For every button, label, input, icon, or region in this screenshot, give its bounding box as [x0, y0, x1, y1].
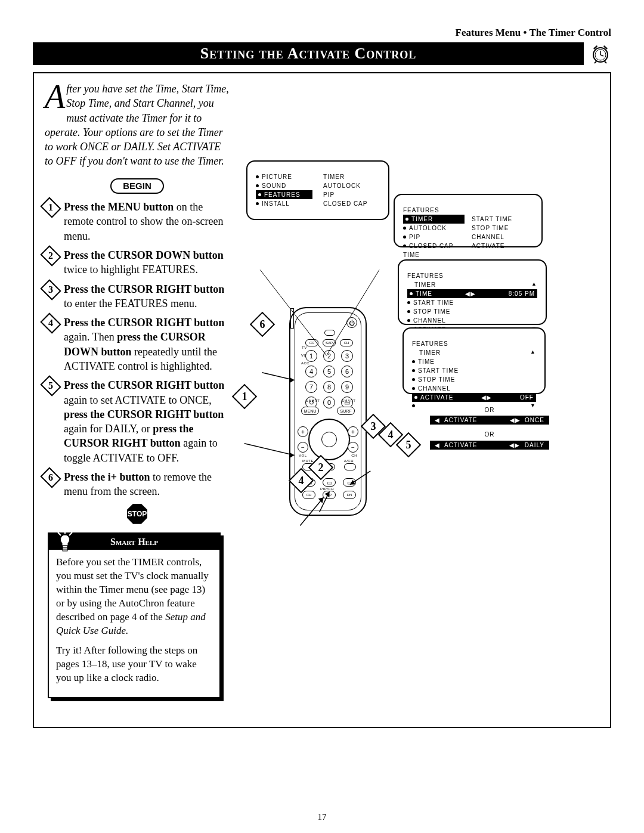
- remote-pip-freeze: ▭: [343, 478, 356, 487]
- menu-main-sound: SOUND: [262, 181, 286, 190]
- figure-callout-6: 6: [250, 312, 275, 337]
- step-2: 2 Press the CURSOR DOWN button twice to …: [45, 248, 230, 277]
- timer2-stop: STOP TIME: [418, 375, 455, 384]
- features-item-cc: CLOSED CAP: [409, 241, 453, 250]
- remote-digit-3: 3: [341, 350, 353, 362]
- or-label-2: OR: [430, 431, 549, 438]
- menu-main-install: INSTALL: [262, 199, 290, 208]
- remote-ch-label: CH: [351, 454, 357, 457]
- remote-mute-label: MUTE: [302, 459, 314, 463]
- features-item-autolock: AUTOLOCK: [409, 224, 447, 233]
- remote-status-button: [324, 330, 335, 336]
- step-3: 3 Press the CURSOR RIGHT button to enter…: [45, 282, 230, 311]
- timer2-subheading: TIMER: [419, 348, 441, 357]
- step-4-bold: Press the CURSOR RIGHT button: [64, 317, 224, 329]
- features-sub-time: TIME: [403, 250, 420, 259]
- dropcap: A: [45, 82, 66, 112]
- up-arrow-icon: ▲: [531, 280, 537, 289]
- step-number-icon: 6: [40, 467, 61, 488]
- remote-vol-label: VOL: [299, 454, 307, 457]
- features-sub-channel: CHANNEL: [472, 233, 504, 241]
- activate-daily-row: ◀ ACTIVATE ◀▶ DAILY: [430, 441, 549, 450]
- up-arrow-icon: ▲: [530, 348, 536, 357]
- remote-tv-label: TV: [302, 346, 307, 349]
- menu-main-features: FEATURES: [264, 190, 310, 199]
- remote-digit-6: 6: [341, 366, 353, 377]
- step-number-icon: 4: [40, 312, 61, 333]
- smart-help-title: Smart Help: [49, 534, 219, 550]
- remote-ch-button: CH: [340, 339, 353, 346]
- timer2-heading: FEATURES: [412, 339, 536, 348]
- timer1-time: TIME: [416, 289, 432, 298]
- figure-column: PICTURE SOUND FEATURES INSTALL TIMER AUT…: [236, 82, 599, 714]
- osd-features-menu: FEATURES TIMER AUTOLOCK PIP CLOSED CAP T…: [394, 194, 543, 247]
- svg-line-7: [58, 532, 61, 535]
- smart-help-body: Before you set the TIMER controls, you m…: [49, 550, 219, 696]
- step-number-icon: 2: [40, 245, 61, 266]
- step-2-rest: twice to highlight FEATURES.: [64, 264, 198, 275]
- svg-line-14: [244, 444, 295, 456]
- step-6: 6 Press the i+ button to remove the menu…: [45, 470, 230, 499]
- timer1-subheading: TIMER: [414, 280, 436, 289]
- step-5-bold2: press the CURSOR RIGHT button: [64, 408, 224, 420]
- menu-main-sub-autolock: AUTOLOCK: [323, 181, 361, 190]
- remote-digit-0: 0: [323, 397, 335, 408]
- step-6-bold: Press the i+ button: [64, 471, 150, 483]
- step-4-mid: again. Then: [64, 331, 117, 343]
- osd-timer-menu-activate: FEATURES TIMER ▲ TIME START TIME STOP TI…: [402, 327, 546, 394]
- remote-cc-button: CC: [305, 339, 318, 346]
- remote-pip-swap: ▭: [323, 478, 336, 487]
- intro-paragraph: After you have set the Time, Start Time,…: [45, 82, 230, 169]
- smart-help-p2: Try it! After following the steps on pag…: [56, 644, 212, 685]
- features-item-pip: PIP: [409, 233, 420, 241]
- timer1-time-value: 8:05 PM: [509, 289, 535, 298]
- remote-power-button: ⏻: [346, 317, 357, 328]
- remote-digit-2: 2: [323, 350, 335, 362]
- step-2-bold: Press the CURSOR DOWN button: [64, 249, 224, 261]
- menu-main-sub-pip: PIP: [323, 190, 335, 199]
- activate-daily-label: ACTIVATE: [444, 442, 477, 448]
- remote-ch-down: −: [348, 442, 358, 453]
- remote-menu-button: MENU: [301, 407, 319, 415]
- title-row: Setting the Activate Control: [33, 42, 611, 65]
- svg-rect-11: [63, 549, 67, 551]
- features-sub-activate: ACTIVATE: [472, 241, 504, 250]
- osd-main-menu: PICTURE SOUND FEATURES INSTALL TIMER AUT…: [246, 160, 389, 220]
- remote-vol-up: +: [298, 426, 308, 437]
- timer2-channel: CHANNEL: [418, 384, 451, 393]
- remote-smart-right-label: SMART: [342, 399, 355, 402]
- remote-pip-dn-button: DN: [343, 491, 356, 499]
- step-number-icon: 3: [40, 279, 61, 300]
- remote-digit-8: 8: [323, 381, 335, 393]
- osd-timer-menu-time: FEATURES TIMER ▲ TIME◀▶8:05 PM START TIM…: [398, 259, 547, 325]
- step-1: 1 Press the MENU button on the remote co…: [45, 200, 230, 243]
- remote-digit-5: 5: [323, 366, 335, 377]
- step-1-bold: Press the MENU button: [64, 201, 174, 213]
- step-3-rest: to enter the FEATURES menu.: [64, 298, 197, 309]
- features-heading: FEATURES: [403, 206, 533, 215]
- running-head: Features Menu • The Timer Control: [33, 27, 611, 39]
- activate_once_label: ACTIVATE: [444, 417, 477, 423]
- begin-marker: BEGIN: [110, 178, 164, 194]
- menu-main-sub-cc: CLOSED CAP: [323, 199, 367, 208]
- svg-line-5: [605, 61, 606, 63]
- timer2-activate: ACTIVATE: [420, 393, 453, 402]
- remote-digit-4: 4: [305, 366, 317, 377]
- timer1-channel: CHANNEL: [413, 316, 446, 325]
- features-sub-start: START TIME: [472, 215, 512, 224]
- or-label-1: OR: [430, 407, 549, 413]
- remote-pip-ch-button: CH: [302, 491, 315, 499]
- svg-line-4: [595, 61, 596, 63]
- smart-help-box: Smart Help Before you set the TIMER cont…: [48, 532, 221, 698]
- step-4: 4 Press the CURSOR RIGHT button again. T…: [45, 315, 230, 373]
- stop-marker: STOP: [127, 504, 147, 524]
- instructions-column: After you have set the Time, Start Time,…: [45, 82, 230, 714]
- svg-line-8: [69, 532, 72, 535]
- remote-ch-up: +: [348, 426, 358, 437]
- features-item-timer: TIMER: [411, 215, 462, 224]
- content-frame: After you have set the Time, Start Time,…: [33, 72, 611, 728]
- remote-digit-1: 1: [305, 350, 317, 362]
- intro-text: fter you have set the Time, Start Time, …: [45, 83, 229, 167]
- step-3-bold: Press the CURSOR RIGHT button: [64, 283, 224, 295]
- remote-digit-9: 9: [341, 381, 353, 393]
